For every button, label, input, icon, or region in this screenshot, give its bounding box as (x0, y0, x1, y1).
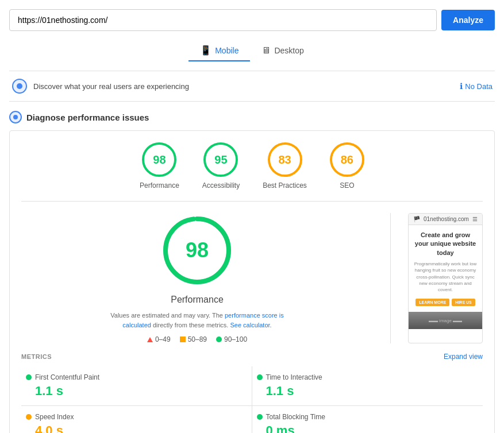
legend-square-icon (180, 337, 186, 342)
vertical-divider (390, 213, 391, 343)
tabs-row: 📱 Mobile 🖥 Desktop (9, 40, 495, 61)
expand-view-button[interactable]: Expand view (444, 353, 483, 361)
score-circle-seo: 86 (330, 142, 364, 177)
discover-icon (11, 78, 28, 94)
metric-fcp-title-row: First Contentful Paint (26, 373, 247, 381)
metric-tti: Time to Interactive 1.1 s (252, 366, 483, 406)
perf-note: Values are estimated and may vary. The p… (105, 311, 289, 330)
see-calculator-link[interactable]: See calculator (230, 322, 270, 328)
preview-footer-image: ▬▬ image ▬▬ (409, 312, 482, 329)
analyze-button[interactable]: Analyze (441, 10, 495, 30)
diagnose-header: Diagnose performance issues (9, 111, 495, 123)
metric-si: Speed Index 4.0 s (21, 406, 252, 433)
page-container: Analyze 📱 Mobile 🖥 Desktop Discover what… (0, 0, 504, 433)
preview-card: 🏴 01nethosting.com ☰ Create and grow you… (408, 213, 483, 343)
legend-item-green: 90–100 (216, 335, 247, 343)
preview-site-label: 01nethosting.com (424, 216, 469, 222)
metric-tbt-dot (257, 414, 263, 420)
score-circle-best-practices: 83 (268, 142, 302, 177)
metric-tbt-value: 0 ms (257, 423, 479, 433)
perf-left: 98 Performance Values are estimated and … (21, 213, 373, 343)
legend-triangle-icon (147, 337, 153, 342)
metric-fcp-name: First Contentful Paint (35, 373, 99, 381)
metric-fcp: First Contentful Paint 1.1 s (21, 366, 252, 406)
diagnose-title: Diagnose performance issues (26, 113, 149, 122)
score-label-best-practices: Best Practices (263, 181, 307, 190)
desktop-icon: 🖥 (261, 45, 271, 56)
legend-range-green: 90–100 (224, 335, 247, 343)
main-card: 98 Performance 95 Accessibility 83 Best … (9, 130, 495, 433)
metric-fcp-value: 1.1 s (26, 384, 247, 399)
discover-bar: Discover what your real users are experi… (9, 71, 495, 102)
mobile-icon: 📱 (200, 45, 211, 56)
metric-si-name: Speed Index (35, 413, 74, 421)
metric-si-value: 4.0 s (26, 423, 247, 433)
discover-text: Discover what your real users are experi… (33, 82, 189, 91)
legend-range-orange: 50–89 (188, 335, 207, 343)
legend: 0–49 50–89 90–100 (147, 335, 247, 343)
tab-desktop[interactable]: 🖥 Desktop (250, 40, 315, 61)
no-data-label: No Data (465, 82, 493, 91)
legend-item-orange: 50–89 (180, 335, 207, 343)
preview-btn-learn: LEARN MORE (415, 299, 449, 306)
preview-body: Create and grow your unique website toda… (409, 225, 482, 312)
diagnose-icon (9, 111, 22, 123)
preview-buttons: LEARN MORE HIRE US (413, 299, 478, 306)
preview-favicon: 🏴 (413, 216, 420, 222)
search-row: Analyze (9, 9, 495, 31)
svg-point-1 (17, 83, 22, 89)
score-label-accessibility: Accessibility (202, 181, 240, 190)
legend-dot-icon (216, 337, 222, 342)
tab-desktop-label: Desktop (274, 46, 303, 55)
big-circle-number: 98 (186, 238, 209, 262)
metrics-header: METRICS Expand view (21, 353, 483, 361)
perf-detail: 98 Performance Values are estimated and … (21, 213, 483, 343)
preview-menu-icon: ☰ (472, 216, 478, 222)
perf-title: Performance (171, 295, 224, 305)
metric-tbt-name: Total Blocking Time (266, 413, 325, 421)
score-performance: 98 Performance (140, 142, 179, 190)
no-data-link[interactable]: ℹ No Data (460, 82, 493, 91)
tab-mobile[interactable]: 📱 Mobile (188, 40, 250, 61)
big-score-circle: 98 (160, 213, 234, 288)
metric-tti-value: 1.1 s (257, 384, 479, 399)
metric-tbt: Total Blocking Time 0 ms (252, 406, 483, 433)
metric-tti-dot (257, 374, 263, 380)
score-label-performance: Performance (140, 181, 179, 190)
score-circle-accessibility: 95 (203, 142, 238, 177)
score-circle-performance: 98 (142, 142, 176, 177)
info-icon: ℹ (460, 82, 463, 91)
tab-mobile-label: Mobile (215, 46, 238, 55)
score-best-practices: 83 Best Practices (263, 142, 307, 190)
metric-tbt-title-row: Total Blocking Time (257, 413, 479, 421)
metric-fcp-dot (26, 374, 32, 380)
preview-headline: Create and grow your unique website toda… (413, 231, 478, 257)
metrics-label: METRICS (21, 353, 52, 360)
metric-si-dot (26, 414, 32, 420)
url-input[interactable] (9, 9, 437, 31)
discover-left: Discover what your real users are experi… (11, 78, 189, 94)
metrics-grid: First Contentful Paint 1.1 s Time to Int… (21, 366, 483, 433)
score-seo: 86 SEO (330, 142, 364, 190)
metric-si-title-row: Speed Index (26, 413, 247, 421)
score-row: 98 Performance 95 Accessibility 83 Best … (21, 142, 483, 202)
score-label-seo: SEO (340, 181, 354, 190)
metric-tti-title-row: Time to Interactive (257, 373, 479, 381)
score-accessibility: 95 Accessibility (202, 142, 240, 190)
preview-btn-hire: HIRE US (452, 299, 475, 306)
svg-point-3 (13, 115, 18, 119)
legend-item-red: 0–49 (147, 335, 171, 343)
legend-range-red: 0–49 (155, 335, 171, 343)
preview-header: 🏴 01nethosting.com ☰ (409, 214, 482, 225)
preview-body-text: Programmatically work but low hanging fr… (413, 261, 478, 293)
metric-tti-name: Time to Interactive (266, 373, 322, 381)
